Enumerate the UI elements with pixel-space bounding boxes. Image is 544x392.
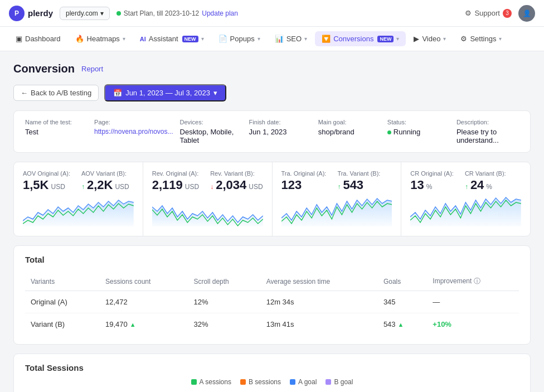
update-plan-link[interactable]: Update plan — [202, 9, 238, 17]
col-variants: Variants — [25, 272, 100, 291]
nav-label-seo: SEO — [286, 35, 302, 43]
chevron-down-icon: ▾ — [201, 36, 204, 42]
table-row: Original (A) 12,472 12% 12m 34s 345 — — [25, 291, 519, 313]
sidebar-item-heatmaps[interactable]: 🔥 Heatmaps ▾ — [69, 31, 132, 46]
row-a-avg-time: 12m 34s — [261, 291, 378, 313]
assistant-new-badge: NEW — [182, 36, 198, 42]
sidebar-item-dashboard[interactable]: ▣ Dashboard — [9, 31, 67, 46]
tra-a-label: Tra. Original (A): — [281, 170, 327, 177]
legend-a-goal-dot — [290, 379, 295, 385]
info-page: Page: https://novena.pro/novos... — [94, 119, 173, 144]
back-button-label: Back to A/B testing — [31, 89, 91, 97]
report-link[interactable]: Report — [81, 65, 103, 73]
cr-a-value: 13% — [410, 178, 454, 192]
page-title: Conversion — [13, 62, 75, 75]
seo-icon: 📊 — [275, 35, 284, 43]
info-finish-label: Finish date: — [249, 119, 312, 125]
info-desc-label: Description: — [456, 119, 519, 125]
info-name-label: Name of the test: — [25, 119, 88, 125]
running-status-dot — [387, 130, 391, 134]
legend-a-sessions: A sessions — [191, 378, 231, 386]
legend-b-goal-dot — [326, 379, 331, 385]
row-b-improvement: +10% — [427, 313, 519, 336]
sidebar-item-settings[interactable]: ⚙ Settings ▾ — [454, 31, 508, 46]
info-page-value[interactable]: https://novena.pro/novos... — [94, 128, 173, 135]
legend-b-sessions-label: B sessions — [249, 378, 281, 386]
info-finish-value: Jun 1, 2023 — [249, 128, 312, 136]
plan-status-dot — [116, 11, 121, 16]
total-table-title: Total — [25, 255, 519, 264]
tra-b-label: Tra. Variant (B): — [337, 170, 380, 177]
rev-b-value: ↓2,034USD — [210, 178, 263, 192]
row-b-goals: 543 ▲ — [378, 313, 427, 336]
cr-chart — [410, 196, 521, 228]
avatar[interactable]: 👤 — [518, 5, 535, 22]
row-a-variant: Original (A) — [25, 291, 100, 313]
support-label: Support — [474, 9, 500, 17]
site-selector[interactable]: plerdy.com ▾ — [60, 7, 110, 20]
legend-a-goal: A goal — [290, 378, 317, 386]
plan-badge: Start Plan, till 2023-10-12 Update plan — [116, 9, 238, 17]
date-range-label: Jun 1, 2023 — Jul 3, 2023 — [125, 89, 210, 97]
topbar: P plerdy plerdy.com ▾ Start Plan, till 2… — [0, 0, 544, 27]
nav-label-dashboard: Dashboard — [25, 35, 61, 43]
metric-aov: AOV Original (A): 1,5KUSD AOV Variant (B… — [14, 162, 143, 236]
nav-label-assistant: Assistant — [149, 35, 178, 43]
legend-a-sessions-label: A sessions — [200, 378, 231, 386]
col-avg-time: Average session time — [261, 272, 378, 291]
metric-rev: Rev. Original (A): 2,119USD Rev. Variant… — [143, 162, 273, 236]
chevron-left-icon: ← — [21, 89, 28, 97]
chevron-down-icon: ▾ — [258, 36, 260, 42]
date-range-picker-button[interactable]: 📅 Jun 1, 2023 — Jul 3, 2023 ▾ — [104, 84, 226, 101]
table-row: Variant (B) 19,470 ▲ 32% 13m 41s 543 ▲ — [25, 313, 519, 336]
back-to-ab-testing-button[interactable]: ← Back to A/B testing — [13, 85, 99, 101]
logo-icon: P — [9, 6, 25, 21]
goals-up-icon: ▲ — [398, 321, 404, 328]
logo-text: plerdy — [28, 8, 53, 18]
navbar: ▣ Dashboard 🔥 Heatmaps ▾ AI Assistant NE… — [0, 27, 544, 51]
info-page-label: Page: — [94, 119, 173, 125]
sessions-up-icon: ▲ — [130, 321, 136, 328]
sidebar-item-conversions[interactable]: 🔽 Conversions NEW ▾ — [315, 31, 406, 46]
legend-b-goal-label: B goal — [334, 378, 353, 386]
info-goal-label: Main goal: — [318, 119, 381, 125]
heatmaps-icon: 🔥 — [75, 35, 84, 43]
sidebar-item-assistant[interactable]: AI Assistant NEW ▾ — [133, 31, 211, 46]
settings-icon: ⚙ — [460, 35, 467, 43]
chevron-down-icon: ▾ — [213, 89, 217, 97]
legend-a-sessions-dot — [191, 379, 197, 385]
nav-label-popups: Popups — [230, 35, 255, 43]
row-b-variant: Variant (B) — [25, 313, 100, 336]
popups-icon: 📄 — [218, 35, 227, 43]
nav-label-video: Video — [422, 35, 440, 43]
nav-label-settings: Settings — [470, 35, 496, 43]
chevron-down-icon: ▾ — [443, 36, 446, 42]
nav-label-heatmaps: Heatmaps — [87, 35, 120, 43]
support-button[interactable]: ⚙ Support 3 — [465, 9, 512, 18]
legend-b-sessions: B sessions — [240, 378, 281, 386]
rev-b-label: Rev. Variant (B): — [210, 170, 263, 177]
row-a-scroll: 12% — [188, 291, 260, 313]
aov-a-label: AOV Original (A): — [23, 170, 70, 177]
sidebar-item-seo[interactable]: 📊 SEO ▾ — [268, 31, 314, 46]
sessions-chart-legend: A sessions B sessions A goal B goal — [25, 378, 519, 386]
sidebar-item-popups[interactable]: 📄 Popups ▾ — [212, 31, 267, 46]
legend-a-goal-label: A goal — [298, 378, 317, 386]
sidebar-item-video[interactable]: ▶ Video ▾ — [407, 31, 453, 46]
row-b-scroll: 32% — [188, 313, 260, 336]
cr-a-label: CR Original (A): — [410, 170, 454, 177]
dashboard-icon: ▣ — [16, 35, 22, 43]
col-sessions: Sessions count — [100, 272, 188, 291]
action-bar: ← Back to A/B testing 📅 Jun 1, 2023 — Ju… — [13, 84, 531, 101]
info-grid: Name of the test: Test Page: https://nov… — [25, 119, 519, 144]
metrics-strip: AOV Original (A): 1,5KUSD AOV Variant (B… — [13, 162, 531, 236]
assistant-icon: AI — [140, 36, 146, 42]
conversions-new-badge: NEW — [377, 36, 394, 42]
tra-chart — [281, 196, 392, 228]
info-name-value: Test — [25, 128, 88, 136]
aov-b-value: ↑2,2KUSD — [81, 178, 129, 192]
chevron-down-icon: ▾ — [396, 36, 399, 42]
page-content: Conversion Report ← Back to A/B testing … — [0, 51, 544, 392]
info-goal-value: shop/brand — [318, 128, 381, 136]
tra-b-value: ↑543 — [337, 178, 380, 192]
